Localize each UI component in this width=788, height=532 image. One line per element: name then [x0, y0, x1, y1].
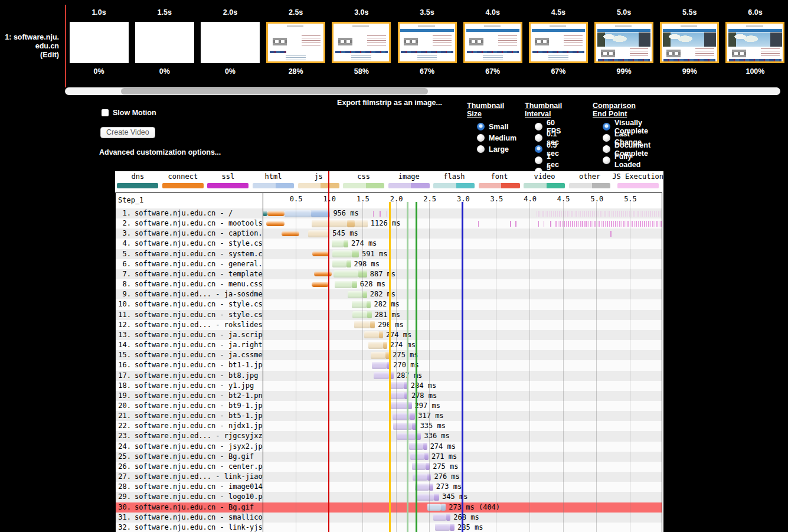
request-bar-segment [390, 392, 404, 399]
frame-thumbnail[interactable] [529, 22, 588, 63]
frame-thumbnail[interactable] [135, 22, 194, 63]
slow-motion-checkbox[interactable] [102, 109, 109, 116]
request-row[interactable]: 21.software.nju.edu.cn - bt5-1.jpg317 ms [116, 411, 662, 421]
request-row[interactable]: 30.software.nju.edu.cn - Bg.gif273 ms (4… [116, 502, 662, 513]
create-video-button[interactable]: Create Video [100, 127, 155, 138]
radio-option[interactable]: Small [477, 123, 516, 130]
frame-thumbnail[interactable] [725, 22, 784, 63]
request-row[interactable]: 4.software.nju.edu.cn - style.css274 ms [116, 239, 662, 249]
radio-option[interactable]: Fully Loaded [603, 156, 650, 164]
request-row[interactable]: 5.software.nju.edu.cn - system.css591 ms [116, 249, 662, 259]
frame-time: 1.5s [158, 8, 172, 17]
request-row[interactable]: 19.software.nju.edu.cn - bt2-1.png278 ms [116, 391, 662, 401]
request-row[interactable]: 11.software.nju.edu.cn - style.css281 ms [116, 310, 662, 320]
radio-icon[interactable] [477, 145, 485, 153]
radio-option[interactable]: Medium [477, 134, 516, 142]
filmstrip-scrollbar[interactable] [65, 87, 780, 95]
frame-thumbnail[interactable] [463, 22, 522, 63]
legend-label: html [265, 171, 282, 182]
request-time-label: 287 ms [397, 371, 422, 381]
request-bar-segment [332, 260, 346, 267]
scrollbar-thumb[interactable] [121, 88, 428, 94]
frame-thumbnail[interactable] [332, 22, 391, 63]
request-number: 2. [116, 218, 131, 229]
axis-tick-label: 0.5 [290, 195, 303, 203]
request-row[interactable]: 28.software.nju.edu.cn - image014.gif273… [116, 482, 662, 492]
frame-thumbnail[interactable] [398, 22, 457, 63]
frame-thumbnail[interactable] [201, 22, 260, 63]
frame-thumbnail[interactable] [266, 22, 325, 63]
request-bar-segment [348, 291, 362, 298]
request-name: software.nju.edu.cn - mootools.js [135, 218, 263, 229]
request-row[interactable]: 23.software.nju.ed... - rjgcsyjxzx3.jpg3… [116, 431, 662, 441]
request-row[interactable]: 1.software.nju.edu.cn - /956 ms [116, 208, 662, 218]
frame-thumbnail[interactable] [660, 22, 719, 63]
request-row[interactable]: 20.software.nju.edu.cn - bt9-1.jpg297 ms [116, 401, 662, 411]
request-row[interactable]: 18.software.nju.edu.cn - y1.jpg284 ms [116, 381, 662, 391]
request-row[interactable]: 22.software.nju.edu.cn - njdx1.jpg335 ms [116, 421, 662, 431]
request-name: software.nju.edu.cn - system.css [135, 249, 263, 259]
export-filmstrip-link[interactable]: Export filmstrip as an image... [337, 99, 442, 107]
radio-icon[interactable] [535, 123, 542, 130]
legend-color-bar [162, 183, 204, 188]
radio-icon[interactable] [535, 145, 542, 153]
radio-icon[interactable] [535, 134, 542, 142]
radio-icon[interactable] [477, 134, 485, 142]
edit-link[interactable]: (Edit) [40, 51, 59, 59]
request-row[interactable]: 17.software.nju.edu.cn - bt8.jpg287 ms [116, 371, 662, 381]
request-row[interactable]: 6.software.nju.edu.cn - general.css298 m… [116, 259, 662, 269]
request-row[interactable]: 31.software.nju.edu.cn - smallico.gif268… [116, 513, 662, 523]
radio-icon[interactable] [603, 156, 610, 164]
request-row[interactable]: 8.software.nju.edu.cn - menu.css628 ms [116, 279, 662, 289]
legend-swatch [321, 183, 339, 188]
thumbnail-sketch [483, 55, 503, 60]
request-name: software.nju.ed... - rokslideshow.js [135, 320, 263, 330]
request-row[interactable]: 15.software.nju.edu.cn - ja.cssmenu.js27… [116, 350, 662, 360]
test-label-line1: 1: software.nju. [0, 33, 59, 42]
request-label: 19.software.nju.edu.cn - bt2-1.png [116, 391, 263, 401]
frame-thumbnail[interactable] [594, 22, 653, 63]
request-row[interactable]: 25.software.nju.edu.cn - Bg.gif271 ms [116, 452, 662, 462]
request-bar-segment [412, 423, 417, 430]
request-bar-segment [389, 372, 394, 379]
legend-swatch [162, 183, 204, 188]
legend-color-bar [569, 183, 610, 188]
advanced-options-link[interactable]: Advanced customization options... [99, 148, 221, 156]
request-row[interactable]: 32.software.nju.edu.cn - link-yjsy.jpg28… [116, 523, 662, 532]
radio-icon[interactable] [603, 145, 610, 153]
thumbnail-sketch [630, 48, 649, 58]
request-timeline: 270 ms [263, 360, 662, 370]
request-label: 8.software.nju.edu.cn - menu.css [116, 279, 263, 289]
request-row[interactable]: 7.software.nju.edu.cn - template.css887 … [116, 269, 662, 279]
frame-thumbnail[interactable] [70, 22, 129, 63]
radio-icon[interactable] [535, 156, 542, 164]
request-row[interactable]: 24.software.nju.edu.cn - jsyx2.jpg274 ms [116, 442, 662, 452]
radio-icon[interactable] [477, 123, 485, 130]
request-row[interactable]: 10.software.nju.edu.cn - style.css282 ms [116, 299, 662, 309]
radio-icon[interactable] [603, 134, 610, 142]
request-number: 17. [116, 371, 131, 381]
request-row[interactable]: 26.software.nju.edu.cn - center.png275 m… [116, 462, 662, 472]
radio-icon[interactable] [603, 123, 610, 130]
request-row[interactable]: 16.software.nju.edu.cn - bt1-1.jpg270 ms [116, 360, 662, 370]
slow-motion-option[interactable]: Slow Motion [102, 109, 156, 117]
radio-option[interactable]: Large [477, 145, 516, 153]
request-time-label: 335 ms [420, 421, 446, 431]
request-row[interactable]: 9.software.nju.ed... - ja-sosdmenu.css28… [116, 289, 662, 299]
step-label: Step_1 [118, 196, 143, 204]
request-row[interactable]: 14.software.nju.edu.cn - ja.rightcol.js2… [116, 340, 662, 350]
legend-swatch [569, 183, 592, 188]
request-row[interactable]: 12.software.nju.ed... - rokslideshow.js2… [116, 320, 662, 330]
request-row[interactable]: 3.software.nju.edu.cn - caption.js545 ms [116, 229, 662, 239]
request-row[interactable]: 29.software.nju.edu.cn - logo10.png345 m… [116, 492, 662, 502]
request-bar-segment [346, 260, 351, 267]
request-time-label: 345 ms [442, 492, 467, 502]
request-row[interactable]: 13.software.nju.edu.cn - ja.script.js274… [116, 330, 662, 340]
request-row[interactable]: 2.software.nju.edu.cn - mootools.js1126 … [116, 218, 662, 229]
thumbnail-sketch [302, 35, 321, 47]
request-name: software.nju.edu.cn - jsyx2.jpg [135, 442, 263, 452]
request-row[interactable]: 27.software.nju.ed... - link-jiaowu.jpg2… [116, 472, 662, 482]
request-label: 10.software.nju.edu.cn - style.css [116, 299, 263, 309]
request-bar-segment [344, 240, 348, 247]
thumbnail-sketch [681, 25, 697, 27]
